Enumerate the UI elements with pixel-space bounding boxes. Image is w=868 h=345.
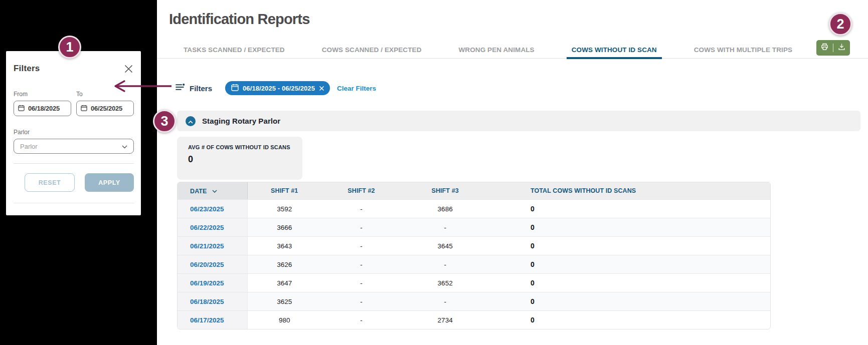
shift3-value: - <box>401 292 489 310</box>
calendar-icon <box>18 104 25 113</box>
tab-cows-without-id-scan[interactable]: COWS WITHOUT ID SCAN <box>569 42 660 59</box>
total-value: 0 <box>489 292 770 310</box>
tab-cows-scanned-expected[interactable]: COWS SCANNED / EXPECTED <box>319 42 425 59</box>
panel-divider <box>14 163 134 164</box>
shift1-value: 980 <box>248 310 321 329</box>
close-icon[interactable] <box>123 63 134 74</box>
chip-close-icon[interactable] <box>319 86 324 91</box>
shift2-value: - <box>321 199 402 218</box>
from-label: From <box>14 91 71 98</box>
collapse-toggle[interactable] <box>186 116 196 126</box>
shift3-value: 3645 <box>401 236 489 255</box>
left-arrow-icon <box>109 79 172 96</box>
shift2-value: - <box>321 255 402 273</box>
date-link[interactable]: 06/19/2025 <box>178 273 248 292</box>
date-header-label: DATE <box>190 188 207 195</box>
avg-cows-card: AVG # OF COWS WITHOUT ID SCANS 0 <box>177 137 302 180</box>
print-button[interactable] <box>816 40 833 56</box>
chevron-down-icon <box>122 142 127 151</box>
tab-wrong-pen-animals[interactable]: WRONG PEN ANIMALS <box>456 42 538 59</box>
download-button[interactable] <box>833 40 850 56</box>
filter-bar: Filters 06/18/2025 - 06/25/2025 Clear Fi… <box>176 81 376 95</box>
annotation-step-3: 3 <box>153 110 176 133</box>
shift1-value: 3592 <box>248 199 321 218</box>
annotation-step-2: 2 <box>829 13 852 36</box>
download-icon <box>837 43 846 53</box>
date-range-chip-label: 06/18/2025 - 06/25/2025 <box>243 85 315 92</box>
total-value: 0 <box>489 199 770 218</box>
date-link[interactable]: 06/22/2025 <box>178 218 248 236</box>
table-row: 06/23/2025 3592 - 3686 0 <box>178 199 770 218</box>
shift2-value: - <box>321 218 402 236</box>
column-header-shift2: SHIFT #2 <box>321 182 402 199</box>
total-value: 0 <box>489 255 770 273</box>
calendar-icon <box>231 84 239 93</box>
avg-cows-card-value: 0 <box>188 154 291 165</box>
apply-button[interactable]: APPLY <box>85 173 134 192</box>
table-row: 06/20/2025 3626 - - 0 <box>178 255 770 273</box>
main-content: Identification Reports TASKS SCANNED / E… <box>157 0 868 345</box>
cows-without-id-table: DATE SHIFT #1 SHIFT #2 SHIFT #3 TOTAL CO… <box>177 182 771 329</box>
clear-filters-link[interactable]: Clear Filters <box>337 85 376 92</box>
parlor-section-title: Staging Rotary Parlor <box>202 117 280 125</box>
table-row: 06/19/2025 3647 - 3652 0 <box>178 273 770 292</box>
tab-tasks-scanned-expected[interactable]: TASKS SCANNED / EXPECTED <box>181 42 288 59</box>
parlor-select-placeholder: Parlor <box>20 143 38 150</box>
printer-icon <box>820 43 829 53</box>
report-tabs: TASKS SCANNED / EXPECTED COWS SCANNED / … <box>157 42 868 59</box>
shift3-value: 2734 <box>401 310 489 329</box>
shift2-value: - <box>321 273 402 292</box>
parlor-label: Parlor <box>14 129 134 136</box>
shift1-value: 3643 <box>248 236 321 255</box>
to-date-value: 06/25/2025 <box>91 105 122 112</box>
filters-panel: Filters From 06/18/2025 To 06/25/2025 <box>6 51 141 215</box>
filters-panel-title: Filters <box>14 64 40 74</box>
shift2-value: - <box>321 236 402 255</box>
chevron-down-icon <box>212 187 217 194</box>
from-date-input[interactable]: 06/18/2025 <box>14 101 71 116</box>
shift3-value: - <box>401 218 489 236</box>
page-title: Identification Reports <box>169 11 309 28</box>
shift1-value: 3626 <box>248 255 321 273</box>
column-header-total: TOTAL COWS WITHOUT ID SCANS <box>489 182 770 199</box>
chevron-up-icon <box>188 117 193 126</box>
from-date-value: 06/18/2025 <box>28 105 60 112</box>
to-date-input[interactable]: 06/25/2025 <box>76 101 134 116</box>
date-link[interactable]: 06/21/2025 <box>178 236 248 255</box>
filter-icon <box>176 83 185 93</box>
date-link[interactable]: 06/20/2025 <box>178 255 248 273</box>
table-row: 06/18/2025 3625 - - 0 <box>178 292 770 310</box>
parlor-section-header[interactable]: Staging Rotary Parlor <box>177 111 860 131</box>
shift3-value: 3652 <box>401 273 489 292</box>
shift1-value: 3666 <box>248 218 321 236</box>
date-range-chip[interactable]: 06/18/2025 - 06/25/2025 <box>225 81 330 95</box>
calendar-icon <box>81 104 87 113</box>
date-link[interactable]: 06/23/2025 <box>178 199 248 218</box>
annotation-step-1: 1 <box>58 36 81 59</box>
date-link[interactable]: 06/17/2025 <box>178 310 248 329</box>
table-row: 06/22/2025 3666 - - 0 <box>178 218 770 236</box>
column-header-shift1: SHIFT #1 <box>248 182 321 199</box>
table-header-row: DATE SHIFT #1 SHIFT #2 SHIFT #3 TOTAL CO… <box>178 182 770 199</box>
table-row: 06/21/2025 3643 - 3645 0 <box>178 236 770 255</box>
shift1-value: 3625 <box>248 292 321 310</box>
shift3-value: - <box>401 255 489 273</box>
total-value: 0 <box>489 236 770 255</box>
shift2-value: - <box>321 310 402 329</box>
avg-cows-card-label: AVG # OF COWS WITHOUT ID SCANS <box>188 144 291 150</box>
tab-cows-with-multiple-trips[interactable]: COWS WITH MULTIPLE TRIPS <box>691 42 795 59</box>
reset-button[interactable]: RESET <box>25 173 75 192</box>
total-value: 0 <box>489 310 770 329</box>
shift1-value: 3647 <box>248 273 321 292</box>
panel-bottom-divider <box>14 203 134 203</box>
shift2-value: - <box>321 292 402 310</box>
date-link[interactable]: 06/18/2025 <box>178 292 248 310</box>
export-button-group <box>816 40 850 56</box>
shift3-value: 3686 <box>401 199 489 218</box>
column-header-shift3: SHIFT #3 <box>401 182 489 199</box>
column-header-date[interactable]: DATE <box>178 182 248 199</box>
table-row: 06/17/2025 980 - 2734 0 <box>178 310 770 329</box>
parlor-select[interactable]: Parlor <box>14 139 134 154</box>
total-value: 0 <box>489 218 770 236</box>
filter-bar-label: Filters <box>190 84 212 93</box>
